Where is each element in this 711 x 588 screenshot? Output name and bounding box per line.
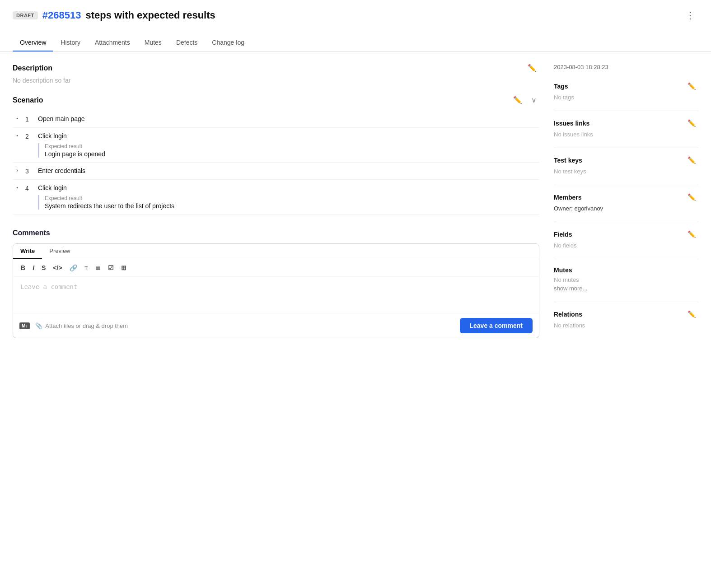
expected-block-4: Expected result System redirects the use…: [38, 195, 539, 210]
tab-defects[interactable]: Defects: [169, 34, 205, 51]
scenario-actions: ✏️ ∨: [510, 95, 539, 105]
sidebar-members-header: Members ✏️: [554, 192, 698, 202]
fields-empty: No fields: [554, 242, 698, 249]
editor-body[interactable]: Leave a comment: [13, 277, 539, 313]
step-content-2: Click login Expected result Login page i…: [38, 132, 539, 158]
step-number-4: 4: [25, 184, 34, 192]
divider: [554, 185, 698, 185]
tags-empty: No tags: [554, 94, 698, 101]
table-row: • 4 Click login Expected result System r…: [13, 180, 539, 215]
expected-text-4: System redirects the user to the list of…: [45, 202, 539, 210]
tabs-nav: Overview History Attachments Mutes Defec…: [0, 27, 711, 52]
members-value: Owner: egorivanov: [554, 205, 698, 212]
step-content-4: Click login Expected result System redir…: [38, 184, 539, 210]
more-options-button[interactable]: ⋮: [682, 8, 698, 23]
title-row: DRAFT #268513 steps with expected result…: [13, 9, 215, 21]
sidebar-relations-header: Relations ✏️: [554, 309, 698, 319]
bold-button[interactable]: B: [19, 263, 28, 273]
table-button[interactable]: ⊞: [119, 263, 129, 273]
issue-title: steps with expected results: [85, 9, 215, 21]
issues-empty: No issues links: [554, 131, 698, 138]
step-number-2: 2: [25, 132, 34, 140]
editor-toolbar: B I S </> 🔗 ≡ ≣ ☑ ⊞: [13, 259, 539, 277]
sidebar-fields-title: Fields: [554, 231, 572, 238]
comment-editor: Write Preview B I S </> 🔗 ≡ ≣ ☑ ⊞ Leave …: [13, 243, 539, 338]
attach-area[interactable]: M↓ 📎 Attach files or drag & drop them: [19, 322, 128, 329]
tab-overview[interactable]: Overview: [13, 34, 53, 51]
ordered-list-button[interactable]: ≣: [93, 263, 103, 273]
editor-tabs: Write Preview: [13, 244, 539, 259]
description-edit-button[interactable]: ✏️: [525, 63, 539, 73]
members-edit-button[interactable]: ✏️: [685, 192, 698, 202]
sidebar-fields-section: Fields ✏️ No fields: [554, 229, 698, 249]
tab-mutes[interactable]: Mutes: [137, 34, 169, 51]
description-title: Description: [13, 64, 52, 72]
scenario-section: Scenario ✏️ ∨ • 1 Open main page •: [13, 95, 539, 215]
sidebar-issues-section: Issues links ✏️ No issues links: [554, 118, 698, 138]
step-bullet-2: •: [13, 132, 22, 138]
description-section-header: Description ✏️: [13, 63, 539, 73]
link-button[interactable]: 🔗: [67, 263, 80, 273]
tab-history[interactable]: History: [53, 34, 88, 51]
divider: [554, 259, 698, 259]
testkeys-empty: No test keys: [554, 168, 698, 175]
code-button[interactable]: </>: [51, 263, 64, 273]
step-number-1: 1: [25, 115, 34, 123]
editor-tab-write[interactable]: Write: [13, 244, 42, 259]
editor-placeholder: Leave a comment: [20, 283, 77, 290]
draft-badge: DRAFT: [13, 11, 38, 19]
divider: [554, 148, 698, 148]
leave-comment-button[interactable]: Leave a comment: [460, 318, 533, 333]
unordered-list-button[interactable]: ≡: [82, 263, 90, 273]
sidebar-tags-header: Tags ✏️: [554, 81, 698, 91]
issue-number: #268513: [42, 9, 81, 21]
divider: [554, 111, 698, 111]
sidebar-members-section: Members ✏️ Owner: egorivanov: [554, 192, 698, 212]
sidebar-members-title: Members: [554, 194, 581, 201]
relations-edit-button[interactable]: ✏️: [685, 309, 698, 319]
sidebar-fields-header: Fields ✏️: [554, 229, 698, 239]
step-bullet-1: •: [13, 115, 22, 121]
step-expand-3[interactable]: ›: [13, 167, 22, 173]
tags-edit-button[interactable]: ✏️: [685, 81, 698, 91]
issues-edit-button[interactable]: ✏️: [685, 118, 698, 128]
sidebar-relations-section: Relations ✏️ No relations: [554, 309, 698, 329]
sidebar-testkeys-header: Test keys ✏️: [554, 155, 698, 165]
sidebar-issues-title: Issues links: [554, 120, 589, 127]
sidebar-relations-title: Relations: [554, 311, 582, 318]
md-badge: M↓: [19, 322, 30, 329]
relations-empty: No relations: [554, 322, 698, 329]
table-row: • 1 Open main page: [13, 111, 539, 128]
italic-button[interactable]: I: [30, 263, 37, 273]
page-header: DRAFT #268513 steps with expected result…: [0, 0, 711, 23]
scenario-collapse-button[interactable]: ∨: [529, 95, 539, 105]
comments-section: Comments Write Preview B I S </> 🔗 ≡ ≣ ☑…: [13, 229, 539, 338]
expected-label-2: Expected result: [45, 143, 539, 149]
tab-attachments[interactable]: Attachments: [88, 34, 137, 51]
editor-tab-preview[interactable]: Preview: [42, 244, 77, 259]
issue-date: 2023-08-03 18:28:23: [554, 63, 698, 72]
description-empty: No description so far: [13, 77, 539, 84]
scenario-edit-button[interactable]: ✏️: [510, 95, 525, 105]
sidebar-testkeys-section: Test keys ✏️ No test keys: [554, 155, 698, 175]
content-area: Description ✏️ No description so far Sce…: [0, 52, 711, 350]
step-text-1: Open main page: [38, 115, 539, 122]
scenario-steps-list: • 1 Open main page • 2 Click login Expec…: [13, 111, 539, 215]
divider: [554, 302, 698, 302]
step-content-3: Enter credentials: [38, 167, 539, 174]
expected-block-2: Expected result Login page is opened: [38, 143, 539, 158]
testkeys-edit-button[interactable]: ✏️: [685, 155, 698, 165]
strikethrough-button[interactable]: S: [39, 263, 48, 273]
tab-changelog[interactable]: Change log: [205, 34, 252, 51]
expected-label-4: Expected result: [45, 195, 539, 201]
table-row: › 3 Enter credentials: [13, 163, 539, 180]
mutes-show-more[interactable]: show more...: [554, 285, 698, 292]
step-text-4: Click login: [38, 184, 539, 191]
step-text-2: Click login: [38, 132, 539, 140]
checklist-button[interactable]: ☑: [106, 263, 116, 273]
fields-edit-button[interactable]: ✏️: [685, 229, 698, 239]
divider: [554, 222, 698, 222]
scenario-section-header: Scenario ✏️ ∨: [13, 95, 539, 105]
step-bullet-4: •: [13, 184, 22, 190]
description-actions: ✏️: [525, 63, 539, 73]
